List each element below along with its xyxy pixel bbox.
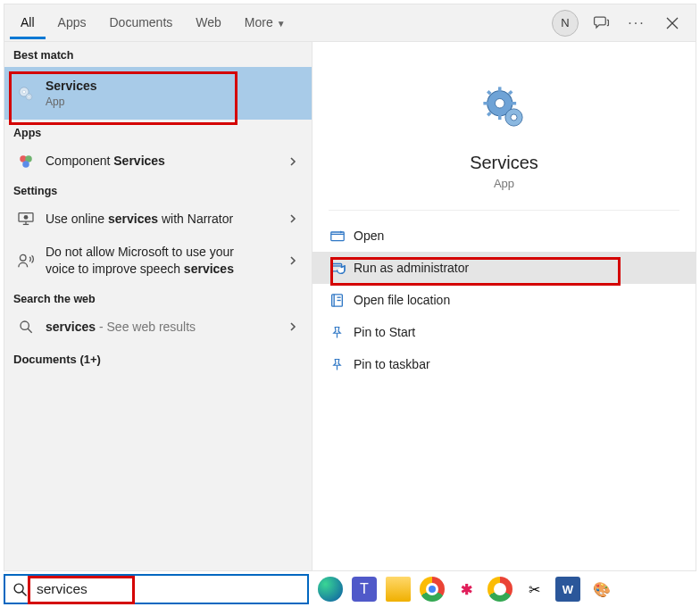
svg-rect-18: [498, 115, 502, 120]
action-pin-start[interactable]: Pin to Start: [312, 316, 696, 348]
options-button[interactable]: ···: [619, 5, 654, 41]
header: All Apps Documents Web More▼ N ···: [4, 4, 696, 42]
svg-point-5: [28, 96, 29, 97]
section-settings: Settings: [4, 178, 312, 203]
tab-documents[interactable]: Documents: [98, 6, 183, 39]
result-subtitle: App: [46, 95, 301, 109]
chevron-right-icon[interactable]: [285, 212, 301, 226]
account-button[interactable]: N: [547, 5, 583, 41]
monitor-icon: [15, 212, 37, 226]
search-icon: [15, 320, 37, 334]
section-best-match: Best match: [4, 42, 312, 67]
svg-point-14: [21, 321, 29, 329]
result-component-services[interactable]: Component Services: [4, 145, 312, 178]
gear-icon: [479, 83, 529, 137]
chevron-right-icon[interactable]: [285, 254, 301, 268]
chrome-icon[interactable]: [420, 577, 445, 602]
chevron-right-icon[interactable]: [285, 320, 301, 334]
taskbar-icons: T ✱ ✂ W 🎨: [318, 577, 614, 602]
action-open-location[interactable]: Open file location: [312, 284, 696, 316]
svg-point-24: [495, 99, 504, 109]
preview-pane: Services App Open Run as administrator O…: [312, 42, 696, 570]
tab-more[interactable]: More▼: [234, 6, 296, 39]
feedback-icon: [593, 14, 610, 31]
result-narrator-services[interactable]: Use online services with Narrator: [4, 203, 312, 236]
preview-subtitle: App: [494, 177, 514, 190]
results-pane: Best match Services App Apps Component S…: [4, 42, 312, 570]
chevron-right-icon[interactable]: [285, 154, 301, 169]
search-panel: All Apps Documents Web More▼ N ··· Best …: [4, 4, 696, 571]
paint-icon[interactable]: 🎨: [589, 577, 614, 602]
svg-rect-19: [483, 102, 488, 105]
result-label: services - See web results: [46, 319, 285, 336]
avatar: N: [552, 10, 579, 37]
pin-icon: [330, 358, 354, 371]
action-pin-taskbar[interactable]: Pin to taskbar: [312, 348, 696, 380]
admin-icon: [330, 262, 354, 275]
teams-icon[interactable]: T: [352, 577, 377, 602]
tab-apps[interactable]: Apps: [47, 6, 97, 39]
ellipsis-icon: ···: [628, 15, 645, 31]
section-apps: Apps: [4, 120, 312, 145]
edge-icon[interactable]: [318, 577, 343, 602]
explorer-icon[interactable]: [386, 577, 411, 602]
result-web-search[interactable]: services - See web results: [4, 311, 312, 344]
svg-point-8: [22, 161, 29, 168]
result-label: Do not allow Microsoft to use your voice…: [46, 244, 285, 278]
chevron-down-icon: ▼: [277, 19, 286, 29]
open-icon: [330, 229, 354, 242]
preview-title: Services: [470, 153, 538, 173]
svg-point-26: [511, 114, 517, 121]
section-documents[interactable]: Documents (1+): [4, 344, 312, 375]
svg-rect-17: [498, 87, 502, 91]
preview-actions: Open Run as administrator Open file loca…: [312, 220, 696, 380]
svg-point-13: [20, 254, 26, 261]
component-icon: [15, 154, 37, 170]
speech-icon: [15, 253, 37, 269]
filter-tabs: All Apps Documents Web More▼: [10, 6, 296, 39]
search-input[interactable]: [35, 580, 300, 598]
tab-all[interactable]: All: [10, 6, 46, 39]
result-services-app[interactable]: Services App: [4, 67, 312, 120]
section-web: Search the web: [4, 286, 312, 311]
word-icon[interactable]: W: [555, 577, 580, 602]
close-icon: [666, 17, 679, 29]
chrome-canary-icon[interactable]: [488, 577, 512, 602]
folder-icon: [330, 293, 354, 308]
svg-point-3: [22, 90, 25, 93]
pin-icon: [330, 326, 354, 339]
svg-rect-27: [331, 232, 344, 241]
svg-line-38: [22, 591, 27, 595]
result-title: Services: [46, 78, 301, 95]
svg-rect-20: [511, 102, 515, 105]
slack-icon[interactable]: ✱: [454, 577, 479, 602]
svg-line-15: [28, 328, 32, 333]
gear-icon: [15, 84, 37, 104]
search-icon: [12, 582, 28, 597]
close-button[interactable]: [654, 5, 690, 41]
feedback-button[interactable]: [583, 5, 619, 41]
tab-web[interactable]: Web: [185, 6, 232, 39]
action-run-admin[interactable]: Run as administrator: [312, 252, 696, 284]
taskbar: T ✱ ✂ W 🎨: [4, 573, 696, 605]
action-open[interactable]: Open: [312, 220, 696, 252]
svg-point-37: [14, 584, 23, 593]
search-box[interactable]: [4, 574, 309, 604]
result-label: Component Services: [46, 153, 285, 170]
svg-point-12: [24, 215, 29, 220]
result-speech-services[interactable]: Do not allow Microsoft to use your voice…: [4, 236, 312, 286]
snip-icon[interactable]: ✂: [521, 577, 546, 602]
result-label: Use online services with Narrator: [46, 211, 285, 228]
